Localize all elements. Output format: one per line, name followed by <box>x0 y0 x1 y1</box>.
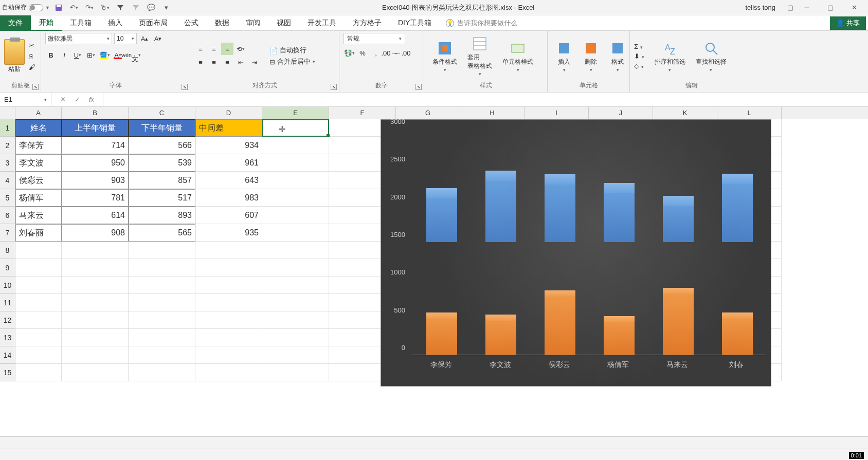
bar-upper[interactable] <box>485 171 516 242</box>
cell[interactable] <box>195 277 262 294</box>
cell[interactable] <box>62 294 129 311</box>
cell[interactable] <box>129 294 195 311</box>
cell[interactable] <box>129 346 195 364</box>
cell[interactable] <box>262 277 329 294</box>
find-select-button[interactable]: 查找和选择▾ <box>692 38 731 75</box>
align-center-icon[interactable]: ≡ <box>208 56 220 68</box>
filter-clear-icon[interactable] <box>131 3 140 12</box>
cell[interactable]: 刘春丽 <box>15 224 62 242</box>
decrease-indent-icon[interactable]: ⇤ <box>234 56 247 68</box>
bar-lower[interactable] <box>722 312 753 355</box>
select-all-corner[interactable] <box>0 107 15 119</box>
cell[interactable] <box>262 224 329 242</box>
formula-input[interactable] <box>103 93 868 106</box>
cell[interactable] <box>15 259 62 277</box>
chart-object[interactable]: 050010001500200025003000 李保芳李文波侯彩云杨倩军马来云… <box>381 119 771 387</box>
sort-filter-button[interactable]: AZ 排序和筛选▾ <box>650 38 690 75</box>
align-launcher[interactable]: ⬊ <box>331 84 337 90</box>
row-header-12[interactable]: 12 <box>0 311 15 329</box>
tell-me-search[interactable]: 💡 告诉我你想要做什么 <box>446 19 830 28</box>
cell[interactable]: 上半年销量 <box>62 119 129 137</box>
col-header-D[interactable]: D <box>195 107 262 119</box>
cell[interactable]: 517 <box>129 189 195 207</box>
format-painter-icon[interactable]: 🖌 <box>29 63 35 71</box>
row-header-4[interactable]: 4 <box>0 172 15 189</box>
tab-review[interactable]: 审阅 <box>238 15 268 31</box>
cell[interactable] <box>62 346 129 364</box>
number-launcher[interactable]: ⬊ <box>415 84 422 90</box>
fx-icon[interactable]: fx <box>84 93 99 106</box>
paste-icon[interactable] <box>4 39 25 65</box>
cell[interactable] <box>62 329 129 346</box>
cell[interactable] <box>15 311 62 329</box>
row-header-13[interactable]: 13 <box>0 329 15 346</box>
cell[interactable]: 903 <box>62 172 129 189</box>
cell[interactable] <box>15 364 62 381</box>
percent-format-icon[interactable]: % <box>357 47 368 59</box>
clipboard-launcher[interactable]: ⬊ <box>32 84 39 90</box>
col-header-F[interactable]: F <box>329 107 396 119</box>
cell[interactable]: 马来云 <box>15 207 62 224</box>
cell[interactable]: 侯彩云 <box>15 172 62 189</box>
sheet-tabs[interactable] <box>0 436 868 449</box>
cell[interactable] <box>195 242 262 259</box>
cut-icon[interactable]: ✂ <box>29 42 35 49</box>
tab-developer[interactable]: 开发工具 <box>299 15 345 31</box>
undo-icon[interactable]: ↶▾ <box>69 3 79 12</box>
row-header-14[interactable]: 14 <box>0 346 15 364</box>
bar-lower[interactable] <box>545 290 575 355</box>
format-cells-button[interactable]: 格式▾ <box>605 38 630 75</box>
filter-icon[interactable] <box>116 3 125 12</box>
paste-label[interactable]: 粘贴 <box>4 65 25 73</box>
cell[interactable] <box>195 329 262 346</box>
cell[interactable]: 908 <box>62 224 129 242</box>
cell[interactable] <box>195 294 262 311</box>
cell[interactable]: 781 <box>62 189 129 207</box>
orientation-icon[interactable]: ⟲▾ <box>234 43 247 55</box>
cell[interactable] <box>262 172 329 189</box>
cell[interactable]: 857 <box>129 172 195 189</box>
font-name-select[interactable]: 微软雅黑▾ <box>45 33 112 44</box>
col-header-G[interactable]: G <box>396 107 460 119</box>
font-size-select[interactable]: 10▾ <box>114 33 137 44</box>
row-header-1[interactable]: 1 <box>0 119 15 137</box>
cell[interactable] <box>262 242 329 259</box>
cell[interactable]: 893 <box>129 207 195 224</box>
bold-button[interactable]: B <box>45 49 57 61</box>
name-box[interactable]: E1▾ <box>0 93 51 106</box>
decrease-decimal-icon[interactable]: ←.00 <box>397 47 408 59</box>
cell[interactable] <box>129 242 195 259</box>
cell[interactable] <box>15 329 62 346</box>
decrease-font-icon[interactable]: A▾ <box>152 33 164 44</box>
copy-icon[interactable]: ⎘ <box>29 52 35 60</box>
tab-toolbox[interactable]: 工具箱 <box>62 15 100 31</box>
tab-home[interactable]: 开始 <box>31 15 62 31</box>
cell[interactable] <box>15 346 62 364</box>
cell[interactable] <box>195 311 262 329</box>
comment-icon[interactable]: 💬 <box>147 3 156 12</box>
bar-upper[interactable] <box>426 188 457 242</box>
cell[interactable] <box>262 207 329 224</box>
increase-font-icon[interactable]: A▴ <box>139 33 150 44</box>
cell[interactable]: 李文波 <box>15 154 62 172</box>
row-header-2[interactable]: 2 <box>0 137 15 154</box>
cell[interactable] <box>129 277 195 294</box>
cancel-formula-icon[interactable]: ✕ <box>56 93 70 106</box>
cell[interactable] <box>262 346 329 364</box>
save-icon[interactable] <box>54 3 63 12</box>
number-format-select[interactable]: 常规▾ <box>343 33 405 44</box>
cell[interactable]: 983 <box>195 189 262 207</box>
col-header-J[interactable]: J <box>589 107 653 119</box>
row-header-7[interactable]: 7 <box>0 224 15 242</box>
font-color-button[interactable]: A▾ <box>112 49 123 61</box>
wrap-text-button[interactable]: 📄自动换行 <box>266 45 318 56</box>
mouse-icon[interactable]: 🖱▾ <box>100 3 110 12</box>
col-header-K[interactable]: K <box>653 107 717 119</box>
tab-layout[interactable]: 页面布局 <box>131 15 176 31</box>
bar-upper[interactable] <box>545 174 575 242</box>
cell[interactable]: 李保芳 <box>15 137 62 154</box>
bar-lower[interactable] <box>485 315 516 355</box>
cell[interactable] <box>262 329 329 346</box>
row-header-15[interactable]: 15 <box>0 364 15 381</box>
cell[interactable]: 961 <box>195 154 262 172</box>
